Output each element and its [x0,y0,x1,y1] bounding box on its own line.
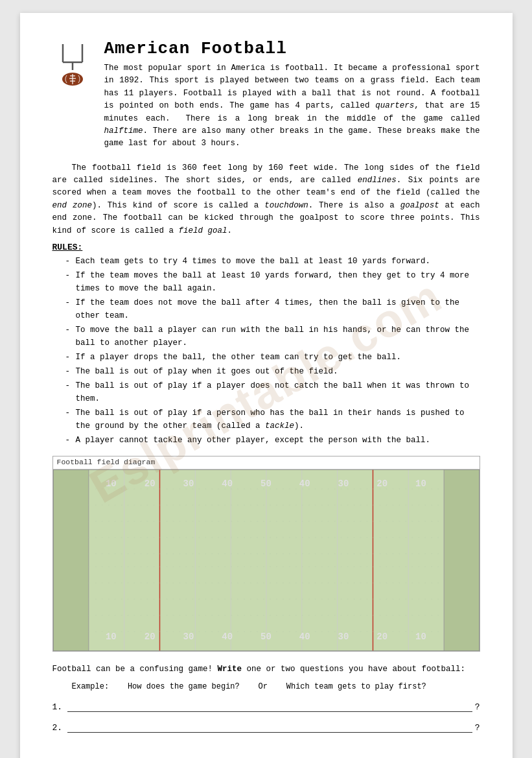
page-title: American Football [104,39,480,58]
goalpost-icon [52,41,93,87]
q2-question-mark: ? [475,723,480,733]
yard-num: 20 [145,479,156,489]
yard-numbers-bottom: 10 20 30 40 50 40 30 20 10 [92,632,441,642]
yard-num: 40 [222,479,233,489]
rules-heading: RULES: [52,243,480,252]
q2-number: 2. [52,723,63,733]
yard-num: 40 [222,632,233,642]
list-item: Each team gets to try 4 times to move th… [65,255,480,268]
list-item: The ball is out of play when it goes out… [65,365,480,378]
yard-num: 30 [338,632,349,642]
field-label: Football field diagram [53,456,480,469]
question-line-1: 1. ? [52,702,480,712]
yard-num: 40 [299,632,310,642]
list-item: The ball is out of play if a person who … [65,407,480,432]
example-line: Example: How does the game begin? Or Whi… [72,682,480,691]
list-item: The ball is out of play if a player does… [65,379,480,405]
header: American Football The most popular sport… [52,39,480,156]
list-item: If a player drops the ball, the other te… [65,351,480,364]
header-text-block: American Football The most popular sport… [104,39,480,156]
svg-rect-11 [444,469,480,651]
prompt-bold: Write [218,665,242,674]
q1-question-mark: ? [475,702,480,712]
svg-rect-10 [53,469,89,651]
yard-num: 10 [106,632,117,642]
page: Eslprintable.com [20,13,513,758]
bottom-section: Football can be a confusing game! Write … [52,663,480,733]
q2-answer-line[interactable] [67,722,472,733]
question-line-2: 2. ? [52,722,480,733]
example-label: Example: [72,682,123,691]
rules-list: Each team gets to try 4 times to move th… [52,255,480,447]
yard-num: 10 [415,479,426,489]
yard-numbers-top: 10 20 30 40 50 40 30 20 10 [92,479,441,489]
yard-num: 40 [299,479,310,489]
field-svg [53,469,480,651]
q1-number: 1. [52,702,63,712]
example-or: Or [244,682,282,691]
list-item: If the team does not move the ball after… [65,296,480,322]
q1-answer-line[interactable] [67,702,472,712]
prompt-post: one or two questions you have about foot… [242,665,465,674]
yard-num: 10 [415,632,426,642]
yard-num: 20 [376,632,387,642]
yard-num: 20 [145,632,156,642]
example-q2: Which team gets to play first? [286,682,426,691]
paragraph-1: The most popular sport in America is foo… [104,62,480,150]
yard-num: 30 [183,479,194,489]
paragraph-2: The football field is 360 feet long by 1… [52,162,480,237]
prompt-pre: Football can be a confusing game! [52,665,218,674]
yard-num: 30 [338,479,349,489]
yard-num: 30 [183,632,194,642]
yard-num: 50 [260,632,272,642]
yard-num: 10 [106,479,117,489]
list-item: A player cannot tackle any other player,… [65,434,480,447]
yard-num: 50 [260,479,272,489]
list-item: To move the ball a player can run with t… [65,324,480,349]
yard-num: 20 [376,479,387,489]
field-diagram: 10 20 30 40 50 40 30 20 10 10 20 30 40 5… [53,469,480,651]
example-q1: How does the game begin? [128,682,240,691]
field-container: Football field diagram [52,456,480,652]
list-item: If the team moves the ball at least 10 y… [65,269,480,295]
bottom-prompt: Football can be a confusing game! Write … [52,663,480,676]
